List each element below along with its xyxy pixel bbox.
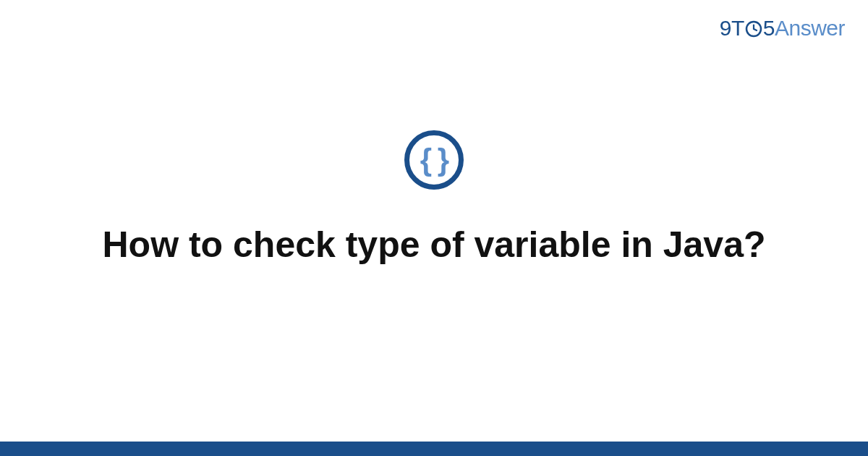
question-title: How to check type of variable in Java?	[103, 221, 766, 268]
braces-icon: { }	[420, 145, 448, 175]
topic-icon-circle: { }	[404, 130, 464, 190]
footer-bar	[0, 442, 868, 456]
main-content: { } How to check type of variable in Jav…	[0, 0, 868, 442]
